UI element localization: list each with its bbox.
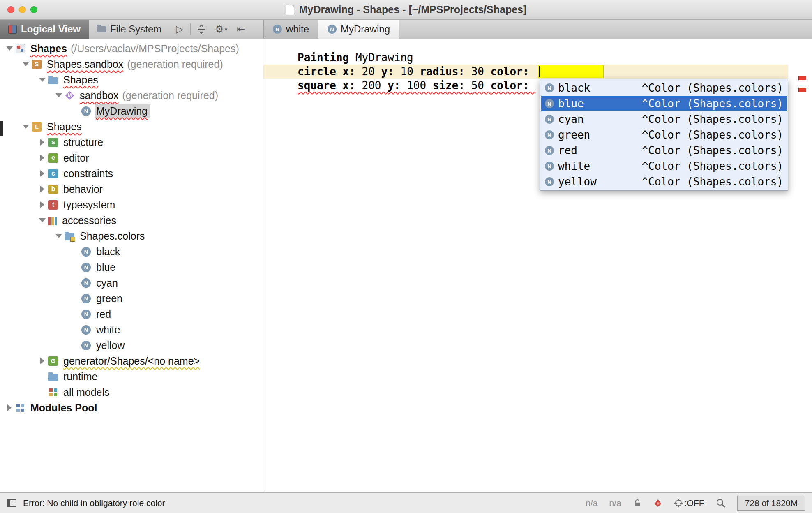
editor-token[interactable]: MyDrawing — [355, 51, 413, 64]
magnifier-icon[interactable] — [716, 498, 726, 508]
tree-item-content: typesystem — [62, 198, 118, 212]
tree-item-label: editor — [63, 152, 89, 164]
tree-item-modules-pool[interactable]: Modules Pool — [0, 400, 263, 416]
tree-item-structure[interactable]: structure — [0, 134, 263, 150]
editor-token[interactable]: x: — [343, 65, 362, 78]
empty-cell-editing[interactable] — [538, 65, 604, 78]
tree-item-shapes[interactable]: Shapes — [0, 72, 263, 88]
tree-collapsed-arrow-icon[interactable] — [3, 402, 16, 414]
tree-item-shapes-sandbox[interactable]: Shapes.sandbox(generation required) — [0, 56, 263, 72]
tree-item-sandbox[interactable]: sandbox(generation required) — [0, 88, 263, 103]
tree-indent — [69, 324, 81, 336]
tree-item-content: Shapes(/Users/vaclav/MPSProjects/Shapes) — [29, 42, 242, 55]
tree-item-blue[interactable]: blue — [0, 259, 263, 275]
tree-item-label: Shapes.colors — [80, 230, 145, 242]
editor-token[interactable]: square — [298, 79, 343, 92]
editor-token[interactable]: Painting — [298, 51, 355, 64]
tree-collapsed-arrow-icon[interactable] — [36, 183, 48, 195]
editor[interactable]: Painting MyDrawingcircle x: 20 y: 10 rad… — [263, 39, 812, 492]
tree-expanded-arrow-icon[interactable] — [20, 120, 32, 133]
editor-tab-white[interactable]: white — [263, 20, 318, 39]
tree-expanded-arrow-icon[interactable] — [36, 74, 48, 86]
tree-item-label: Shapes — [63, 74, 98, 86]
completion-item-red[interactable]: red^Color (Shapes.colors) — [541, 143, 787, 158]
memory-indicator[interactable]: 728 of 1820M — [737, 496, 805, 511]
tree-item-black[interactable]: black — [0, 244, 263, 259]
error-stripe-mark[interactable] — [798, 76, 806, 80]
tree-item-mydrawing[interactable]: MyDrawing — [0, 103, 263, 119]
editor-token[interactable]: y: — [388, 79, 407, 92]
tab-logical-view[interactable]: Logical View — [0, 20, 89, 39]
typesystem-indicator[interactable]: :OFF — [674, 498, 704, 508]
lock-icon[interactable] — [633, 499, 642, 508]
hector-icon[interactable] — [653, 499, 662, 508]
editor-token[interactable]: size: — [433, 79, 471, 92]
editor-token[interactable]: y: — [381, 65, 401, 78]
tree-expanded-arrow-icon[interactable] — [53, 89, 65, 102]
editor-tab-mydrawing[interactable]: MyDrawing — [318, 20, 399, 39]
editor-token[interactable]: 30 — [471, 65, 491, 78]
tree-expanded-arrow-icon[interactable] — [36, 214, 48, 226]
tree-collapsed-arrow-icon[interactable] — [36, 152, 48, 164]
error-stripe-mark[interactable] — [798, 88, 806, 92]
tree-expanded-arrow-icon[interactable] — [20, 58, 32, 70]
tree-expanded-arrow-icon[interactable] — [3, 42, 16, 55]
hide-panel-icon[interactable]: ⇤ — [231, 20, 251, 39]
tree-expanded-arrow-icon[interactable] — [53, 230, 65, 242]
completion-item-blue[interactable]: blue^Color (Shapes.colors) — [541, 96, 787, 111]
completion-item-cyan[interactable]: cyan^Color (Shapes.colors) — [541, 111, 787, 127]
completion-item-black[interactable]: black^Color (Shapes.colors) — [541, 80, 787, 96]
tree-item-shapes[interactable]: Shapes — [0, 119, 263, 134]
editor-token[interactable]: x: — [343, 79, 362, 92]
tree-item-constraints[interactable]: constraints — [0, 166, 263, 181]
tree-item-label: MyDrawing — [96, 105, 148, 117]
editor-line[interactable]: circle x: 20 y: 10 radius: 30 color: — [263, 65, 788, 79]
tree-item-yellow[interactable]: yellow — [0, 337, 263, 353]
editor-token[interactable]: 50 — [471, 79, 491, 92]
tree-collapsed-arrow-icon[interactable] — [36, 136, 48, 148]
editor-token[interactable]: color: — [491, 65, 536, 78]
tree-item-content: editor — [62, 151, 92, 165]
editor-token[interactable]: 10 — [400, 65, 420, 78]
tree-item-shapes[interactable]: Shapes(/Users/vaclav/MPSProjects/Shapes) — [0, 41, 263, 56]
toolwindow-stripe-mark[interactable] — [0, 121, 3, 136]
toolbar: Logical View File System ▷ ⚙▾ ⇤ white My… — [0, 20, 812, 39]
tree-item-cyan[interactable]: cyan — [0, 275, 263, 291]
tree-item-editor[interactable]: editor — [0, 150, 263, 166]
close-button[interactable] — [7, 6, 14, 13]
tree-collapsed-arrow-icon[interactable] — [36, 199, 48, 211]
completion-name: cyan — [558, 113, 584, 125]
toolwindow-toggle-icon[interactable] — [7, 499, 16, 507]
minimize-button[interactable] — [19, 6, 26, 13]
tab-file-system[interactable]: File System — [89, 20, 170, 39]
tree-item-green[interactable]: green — [0, 291, 263, 306]
modules-icon — [16, 403, 25, 413]
editor-token[interactable]: circle — [298, 65, 343, 78]
completion-item-green[interactable]: green^Color (Shapes.colors) — [541, 127, 787, 143]
editor-token[interactable]: radius: — [420, 65, 471, 78]
tree-item-generator-shapes-no-name[interactable]: generator/Shapes/<no name> — [0, 353, 263, 369]
target-icon — [674, 499, 683, 508]
tree-item-behavior[interactable]: behavior — [0, 181, 263, 197]
editor-token[interactable]: color: — [491, 79, 536, 92]
play-icon[interactable]: ▷ — [170, 20, 189, 39]
editor-token[interactable]: 200 — [362, 79, 388, 92]
tree-item-red[interactable]: red — [0, 306, 263, 322]
editor-token[interactable]: 100 — [407, 79, 433, 92]
gear-icon[interactable]: ⚙▾ — [211, 20, 231, 39]
generator-icon — [48, 356, 58, 366]
tree-item-runtime[interactable]: runtime — [0, 369, 263, 384]
editor-line[interactable]: Painting MyDrawing — [263, 51, 788, 65]
completion-item-white[interactable]: white^Color (Shapes.colors) — [541, 158, 787, 174]
tree-collapsed-arrow-icon[interactable] — [36, 167, 48, 180]
expand-collapse-icon[interactable] — [191, 20, 211, 39]
editor-token[interactable]: 20 — [362, 65, 381, 78]
tree-item-white[interactable]: white — [0, 322, 263, 337]
completion-item-yellow[interactable]: yellow^Color (Shapes.colors) — [541, 174, 787, 189]
tree-item-typesystem[interactable]: typesystem — [0, 197, 263, 213]
zoom-button[interactable] — [30, 6, 37, 13]
tree-item-all-models[interactable]: all models — [0, 384, 263, 400]
tree-item-shapes-colors[interactable]: Shapes.colors — [0, 228, 263, 244]
tree-collapsed-arrow-icon[interactable] — [36, 355, 48, 367]
tree-item-accessories[interactable]: accessories — [0, 213, 263, 228]
